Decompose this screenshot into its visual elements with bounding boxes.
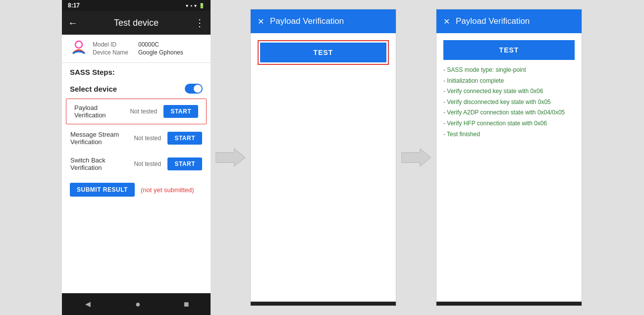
payload-verification-status: Not tested [130,108,160,115]
device-name-label: Device Name [93,49,132,56]
switch-back-row: Switch Back Verification Not tested STAR… [62,151,211,177]
payload-verification-name: Payload Verification [74,104,126,119]
submit-status-text: (not yet submitted) [141,186,194,194]
signal-icon: ▾ [186,3,188,8]
battery-icon: ▪ [190,3,192,8]
model-id-value: 00000C [138,41,159,48]
app-title: Test device [114,18,159,28]
model-id-row: Model ID 00000C [93,41,183,48]
dialog-1-header: ✕ Payload Verification [251,9,396,33]
app-screen: ← Test device ⋮ Model ID 00000C Device N… [62,11,211,293]
result-line-5: - Verify A2DP connection state with 0x04… [443,107,575,118]
back-button[interactable]: ← [68,17,78,29]
back-nav-button[interactable]: ◄ [83,299,92,310]
dialog-2-test-button-container: TEST [443,40,575,60]
battery-level-icon: 🔋 [199,3,205,8]
menu-button[interactable]: ⋮ [195,17,205,29]
arrow-2 [396,0,436,315]
dialog-screen-1: ✕ Payload Verification TEST [250,9,396,306]
svg-marker-2 [401,149,431,166]
result-line-1: - SASS mode type: single-point [443,65,575,76]
switch-back-name: Switch Back Verification [70,157,130,171]
submit-row: SUBMIT RESULT (not yet submitted) [62,177,211,203]
result-line-2: - Initialization complete [443,76,575,87]
message-stream-name: Message Stream Verification [70,131,130,146]
test-rows-section: Payload Verification Not tested START Me… [62,98,211,293]
wifi-icon: ▾ [194,3,197,8]
select-device-row: Select device [62,80,211,98]
bottom-navigation: ◄ ● ■ [62,293,211,315]
switch-back-status: Not tested [134,160,163,167]
dialog-1-test-button-container: TEST [258,40,389,65]
dialog-2-bottom-bar [436,302,582,306]
device-name-row: Device Name Google Gphones [93,49,183,56]
dialog-1-bottom-bar [251,302,396,306]
result-line-7: - Test finished [443,129,575,140]
payload-verification-start-button[interactable]: START [163,105,198,118]
dialog-screen-2: ✕ Payload Verification TEST - SASS mode … [436,9,582,306]
svg-point-0 [75,41,82,48]
arrow-1 [211,0,250,315]
select-device-toggle[interactable] [185,84,203,94]
device-logo [70,40,88,57]
phone-screen: 8:17 ▾ ▪ ▾ 🔋 ← Test device ⋮ Mode [62,0,211,315]
message-stream-row: Message Stream Verification Not tested S… [62,125,211,151]
recent-nav-button[interactable]: ■ [184,299,189,310]
select-device-label: Select device [70,85,117,93]
result-line-4: - Verify disconnected key state with 0x0… [443,97,575,108]
svg-marker-1 [215,149,245,166]
model-id-label: Model ID [93,41,132,48]
app-bar: ← Test device ⋮ [62,11,211,35]
home-nav-button[interactable]: ● [135,299,141,310]
switch-back-start-button[interactable]: START [167,158,202,170]
result-line-6: - Verify HFP connection state with 0x06 [443,118,575,129]
dialog-1-test-button[interactable]: TEST [260,43,386,62]
status-icons: ▾ ▪ ▾ 🔋 [186,3,205,8]
result-line-3: - Verify connected key state with 0x06 [443,86,575,97]
status-bar: 8:17 ▾ ▪ ▾ 🔋 [62,0,211,11]
dialog-2-body: TEST - SASS mode type: single-point - In… [436,33,582,302]
dialog-2-title: Payload Verification [456,16,530,26]
status-time: 8:17 [68,2,80,9]
dialog-1-body: TEST [251,33,396,302]
dialog-2-test-button[interactable]: TEST [443,40,575,60]
device-name-value: Google Gphones [138,49,183,56]
payload-verification-row: Payload Verification Not tested START [66,99,207,124]
message-stream-status: Not tested [134,135,163,142]
dialog-2-close-button[interactable]: ✕ [443,17,450,26]
dialog-1-close-button[interactable]: ✕ [258,17,264,26]
message-stream-start-button[interactable]: START [167,132,202,145]
device-details: Model ID 00000C Device Name Google Gphon… [93,41,183,56]
device-info-section: Model ID 00000C Device Name Google Gphon… [62,35,211,63]
dialog-2-results: - SASS mode type: single-point - Initial… [443,65,575,140]
dialog-2-header: ✕ Payload Verification [436,9,582,33]
submit-result-button[interactable]: SUBMIT RESULT [70,183,135,197]
sass-steps-title: SASS Steps: [70,68,115,76]
sass-steps-section: SASS Steps: [62,63,211,80]
dialog-1-title: Payload Verification [270,16,344,26]
